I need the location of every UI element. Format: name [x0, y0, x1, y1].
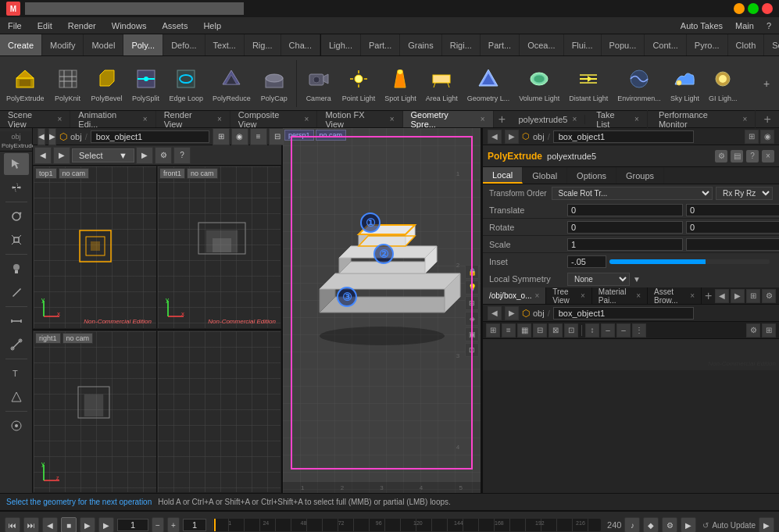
- timeline-stop[interactable]: ■: [61, 517, 77, 532]
- scale-y[interactable]: [686, 238, 779, 251]
- timeline-step-back[interactable]: ◀: [42, 517, 58, 532]
- auto-takes-btn[interactable]: Auto Takes: [677, 20, 726, 32]
- tool-edge-loop[interactable]: Edge Loop: [166, 63, 207, 104]
- toolbar-add-btn[interactable]: +: [757, 56, 776, 110]
- props-tab-global[interactable]: Global: [523, 167, 567, 184]
- tab2-add-btn[interactable]: +: [494, 111, 511, 127]
- node-tb-1[interactable]: ⊞: [486, 323, 500, 337]
- timeline-end-frame[interactable]: [183, 519, 206, 531]
- tab2-render-view[interactable]: Render View ×: [156, 111, 230, 127]
- auto-update-expand[interactable]: ▶: [759, 517, 774, 532]
- sel-help[interactable]: ?: [173, 147, 191, 164]
- tab-ocea[interactable]: Ocea...: [520, 34, 563, 55]
- left-tool-paint[interactable]: [4, 258, 29, 280]
- timeline-more[interactable]: ▶: [681, 517, 696, 532]
- vp-tr-view-btn[interactable]: front1: [159, 168, 185, 179]
- tab2-performance[interactable]: Performance Monitor ×: [651, 110, 756, 129]
- tab-ligh[interactable]: Ligh...: [321, 34, 361, 55]
- node-tb-5[interactable]: ⊠: [549, 323, 563, 337]
- sel-settings[interactable]: ⚙: [155, 147, 172, 164]
- inset-slider[interactable]: [609, 259, 770, 264]
- rpanel-path-object[interactable]: [553, 130, 694, 143]
- vp-tl-view-btn[interactable]: top1: [35, 168, 57, 179]
- tab2-polyextrude5[interactable]: polyextrude5 ×: [510, 115, 585, 124]
- path-object[interactable]: [91, 130, 209, 143]
- node-panel-ctrl-3[interactable]: ⊞: [746, 289, 760, 303]
- node-tab-asset[interactable]: Asset Brow... ×: [648, 287, 702, 304]
- vp-rtool-1[interactable]: 🔒: [465, 265, 479, 279]
- tool-poly-cap[interactable]: PolyCap: [257, 63, 291, 104]
- viewport-icon-1[interactable]: ⊞: [213, 128, 230, 145]
- vp-rtool-6[interactable]: ⊡: [465, 343, 479, 357]
- vp-rtool-4[interactable]: ◈: [465, 312, 479, 326]
- left-tool-shape[interactable]: [4, 386, 29, 408]
- tab-grains[interactable]: Grains: [400, 34, 441, 55]
- nav-back[interactable]: ◀: [38, 128, 45, 145]
- tab2-polyextrude-close[interactable]: ×: [572, 115, 577, 123]
- minimize-button[interactable]: [734, 3, 745, 14]
- tab2-take-close[interactable]: ×: [634, 115, 639, 123]
- timeline-settings-btn[interactable]: ⚙: [662, 517, 677, 532]
- vp-tr-cam-btn[interactable]: no cam: [187, 168, 218, 179]
- tool-sky-light[interactable]: Sky Light: [667, 63, 702, 104]
- translate-y[interactable]: [686, 204, 779, 216]
- left-tool-text[interactable]: T: [4, 362, 29, 384]
- node-panel-ctrl-1[interactable]: ◀: [715, 289, 729, 303]
- sel-play[interactable]: ▶: [136, 147, 153, 164]
- menu-help[interactable]: Help: [200, 20, 224, 32]
- tool-area-light[interactable]: Area Light: [423, 63, 461, 104]
- tab2-motion-fx[interactable]: Motion FX View ×: [317, 111, 402, 127]
- rpanel-nav-forward[interactable]: ▶: [505, 130, 519, 144]
- viewport-bottom-left[interactable]: right1 no cam zy: [33, 330, 157, 494]
- rpanel-path-obj[interactable]: obj: [533, 132, 545, 141]
- tab-cha[interactable]: Cha...: [281, 34, 320, 55]
- viewport-icon-2[interactable]: ◉: [231, 128, 248, 145]
- sym-arrow[interactable]: ▼: [633, 275, 641, 284]
- viewport-icon-3[interactable]: ≡: [250, 128, 267, 145]
- rotate-x[interactable]: [567, 221, 683, 234]
- tool-gi-light[interactable]: GI Ligh...: [706, 63, 741, 104]
- vp-bl-view-btn[interactable]: right1: [35, 333, 61, 344]
- node-forward[interactable]: ▶: [505, 306, 519, 320]
- rpanel-icon-1[interactable]: ⊞: [745, 130, 759, 144]
- select-dropdown[interactable]: Select ▼: [72, 148, 134, 162]
- node-tb-4[interactable]: ⊟: [533, 323, 547, 337]
- timeline-begin[interactable]: ⏮: [5, 517, 20, 532]
- node-tb-8[interactable]: –: [601, 323, 615, 337]
- node-tab-tree[interactable]: Tree View ×: [546, 287, 592, 304]
- node-tb-6[interactable]: ⊡: [564, 323, 578, 337]
- menu-render[interactable]: Render: [65, 20, 99, 32]
- vp-bl-cam-btn[interactable]: no cam: [63, 333, 94, 344]
- timeline-audio[interactable]: ♪: [624, 517, 640, 532]
- node-tab-add[interactable]: +: [702, 287, 715, 304]
- tool-poly-knit[interactable]: PolyKnit: [51, 63, 85, 104]
- tab-text[interactable]: Text...: [205, 34, 245, 55]
- viewport-top-right[interactable]: front1 no cam Non-Commercial Edition xy: [157, 166, 281, 329]
- tab-defo[interactable]: Defo...: [163, 34, 205, 55]
- tool-poly-extrude[interactable]: PolyExtrude: [3, 63, 48, 104]
- left-tool-cut[interactable]: [4, 334, 29, 355]
- tab2-composite-close[interactable]: ×: [305, 115, 309, 123]
- maximize-button[interactable]: [748, 3, 759, 14]
- timeline-prev-key[interactable]: ⏭: [23, 517, 39, 532]
- rpanel-plugin-icon-4[interactable]: ×: [762, 150, 774, 162]
- rpanel-nav-back[interactable]: ◀: [488, 130, 502, 144]
- menu-assets[interactable]: Assets: [159, 20, 191, 32]
- timeline-frame-input[interactable]: [117, 519, 148, 531]
- rpanel-tab-add[interactable]: +: [759, 112, 776, 127]
- tab2-scene-view[interactable]: Scene View ×: [0, 111, 70, 127]
- inset-input[interactable]: [567, 255, 606, 268]
- node-panel-ctrl-4[interactable]: ⚙: [762, 289, 776, 303]
- rpanel-icon-2[interactable]: ◉: [760, 130, 774, 144]
- rpanel-plugin-icon-3[interactable]: ?: [746, 150, 759, 162]
- node-tb-9[interactable]: –: [616, 323, 631, 337]
- node-canvas[interactable]: Non-Commercial Edition polyextrude4: [483, 339, 779, 370]
- menu-file[interactable]: File: [5, 20, 25, 32]
- timeline-minus[interactable]: −: [152, 517, 164, 532]
- rotate-y[interactable]: [686, 221, 779, 234]
- timeline-key[interactable]: ◆: [643, 517, 659, 532]
- rpanel-plugin-icon-1[interactable]: ⚙: [715, 150, 727, 162]
- viewport-top-left[interactable]: top1 no cam xy Non-Commercial Edition: [33, 166, 157, 329]
- vp-rtool-5[interactable]: ▣: [465, 327, 479, 341]
- menu-windows[interactable]: Windows: [109, 20, 150, 32]
